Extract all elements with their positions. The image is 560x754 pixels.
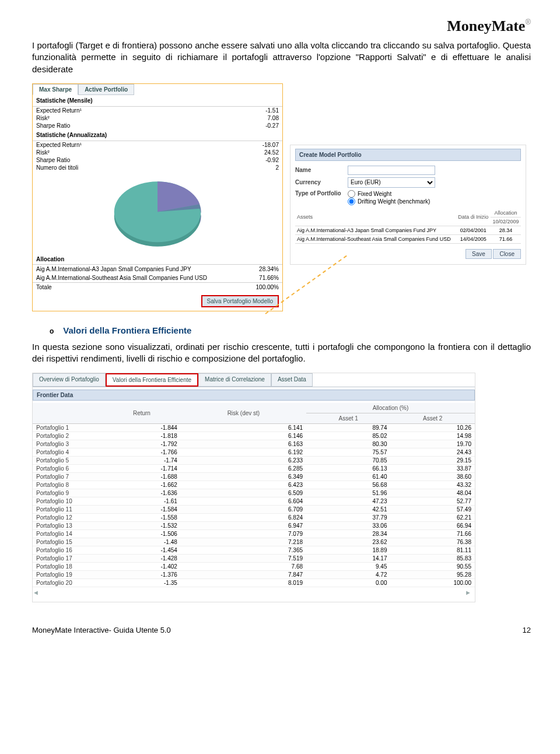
scroll-right-icon[interactable]: ►	[465, 589, 471, 596]
frontier-row: Portafoglio 8-1.6626.42356.6843.32	[33, 481, 475, 489]
dialog-asset-row: Aig A.M.International-A3 Japan Small Com…	[295, 226, 521, 234]
stat-row: Expected Return¹-18.07	[33, 141, 282, 149]
paragraph-2: In questa sezione sono visualizzati, ord…	[32, 341, 531, 365]
frontier-data-panel: Overview di Portafoglio Valori della Fro…	[32, 373, 475, 602]
tab-active-portfolio[interactable]: Active Portfolio	[78, 84, 134, 95]
th-asset-2: Asset 2	[391, 413, 475, 424]
name-input[interactable]	[348, 166, 435, 175]
th-assets: Assets	[295, 209, 456, 226]
allocation-pie-chart	[102, 176, 213, 252]
subhead-frontier-values: Valori della Frontiera Efficiente	[67, 325, 531, 335]
frontier-row: Portafoglio 6-1.7146.28566.1333.87	[33, 465, 475, 473]
dialog-save-button[interactable]: Save	[466, 249, 492, 259]
save-model-portfolio-button[interactable]: Salva Portafoglio Modello	[201, 295, 279, 307]
frontier-row: Portafoglio 12-1.5586.82437.7962.21	[33, 514, 475, 522]
th-asset-1: Asset 1	[306, 413, 390, 424]
frontier-row: Portafoglio 13-1.5326.94733.0666.94	[33, 522, 475, 530]
stat-row: Risk²24.52	[33, 149, 282, 156]
frontier-row: Portafoglio 10-1.616.60447.2352.77	[33, 497, 475, 506]
currency-select[interactable]: Euro (EUR)	[348, 177, 435, 188]
radio-fixed-weight-label: Fixed Weight	[358, 191, 391, 197]
brand-mark: ®	[525, 17, 531, 26]
frontier-row: Portafoglio 11-1.5846.70942.5157.49	[33, 506, 475, 514]
th-return: Return	[103, 403, 181, 424]
footer-left: MoneyMate Interactive- Guida Utente 5.0	[32, 626, 171, 634]
paragraph-1: I portafogli (Target e di frontiera) pos…	[32, 40, 531, 75]
frontier-row: Portafoglio 3-1.7926.16380.3019.70	[33, 440, 475, 448]
page-number: 12	[523, 626, 531, 634]
th-allocation-date: 10/02/2009	[491, 217, 521, 226]
tab-correlation-matrix[interactable]: Matrice di Correlazione	[198, 373, 271, 387]
frontier-row: Portafoglio 14-1.5067.07928.3471.66	[33, 530, 475, 538]
th-blank	[33, 403, 103, 424]
portfolio-stats-panel: Max Sharpe Active Portfolio Statistiche …	[32, 83, 283, 311]
radio-drifting-weight-label: Drifting Weight (benchmark)	[358, 198, 430, 205]
allocation-row: Totale100.00%	[33, 282, 282, 292]
frontier-row: Portafoglio 16-1.4547.36518.8981.11	[33, 546, 475, 555]
currency-label: Currency	[295, 179, 348, 185]
allocation-heading: Allocation	[33, 254, 282, 265]
tab-frontier-values[interactable]: Valori della Frontiera Efficiente	[106, 373, 198, 387]
frontier-data-heading: Frontier Data	[33, 390, 475, 401]
create-model-portfolio-dialog: Create Model Portfolio Name Currency Eur…	[290, 145, 526, 265]
th-start-date: Data di Inizio	[456, 209, 491, 226]
frontier-row: Portafoglio 2-1.8186.14685.0214.98	[33, 432, 475, 440]
section-annual-stats: Statistiche (Annualizzata)	[33, 129, 282, 141]
frontier-row: Portafoglio 7-1.6886.34961.4038.60	[33, 473, 475, 481]
tab-max-sharpe[interactable]: Max Sharpe	[33, 84, 78, 95]
type-label: Type of Portfolio	[295, 190, 348, 197]
stat-row: Risk²7.08	[33, 114, 282, 122]
radio-drifting-weight[interactable]: Drifting Weight (benchmark)	[348, 198, 430, 205]
stat-row: Sharpe Ratio-0.27	[33, 122, 282, 129]
dialog-asset-row: Aig A.M.International-Southeast Asia Sma…	[295, 234, 521, 243]
tab-asset-data[interactable]: Asset Data	[271, 373, 313, 387]
frontier-row: Portafoglio 18-1.4027.689.4590.55	[33, 563, 475, 571]
th-risk: Risk (dev st)	[181, 403, 306, 424]
frontier-row: Portafoglio 5-1.746.23370.8529.15	[33, 457, 475, 465]
brand-logo: MoneyMate®	[32, 17, 531, 35]
frontier-row: Portafoglio 15-1.487.21823.6276.38	[33, 538, 475, 546]
frontier-row: Portafoglio 19-1.3767.8474.7295.28	[33, 571, 475, 579]
dialog-close-button[interactable]: Close	[493, 249, 521, 259]
frontier-row: Portafoglio 4-1.7666.19275.5724.43	[33, 448, 475, 457]
stat-row: Expected Return¹-1.51	[33, 107, 282, 114]
allocation-row: Aig A.M.International-Southeast Asia Sma…	[33, 273, 282, 282]
allocation-row: Aig A.M.International-A3 Japan Small Com…	[33, 265, 282, 273]
frontier-row: Portafoglio 1-1.8446.14189.7410.26	[33, 424, 475, 432]
radio-fixed-weight[interactable]: Fixed Weight	[348, 190, 430, 198]
frontier-row: Portafoglio 20-1.358.0190.00100.00	[33, 579, 475, 587]
frontier-data-table: Return Risk (dev st) Allocation (%) Asse…	[33, 403, 475, 587]
tab-overview[interactable]: Overview di Portafoglio	[33, 373, 106, 387]
th-allocation-pct: Allocation (%)	[306, 403, 475, 413]
scroll-left-icon[interactable]: ◄	[33, 589, 39, 596]
name-label: Name	[295, 167, 348, 173]
dialog-title: Create Model Portfolio	[295, 149, 521, 161]
section-monthly-stats: Statistiche (Mensile)	[33, 95, 282, 107]
frontier-row: Portafoglio 17-1.4287.51914.1785.83	[33, 555, 475, 563]
dialog-assets-table: Assets Data di Inizio Allocation 10/02/2…	[295, 209, 521, 244]
brand-name: MoneyMate	[447, 17, 525, 34]
stat-row: Numero dei titoli2	[33, 164, 282, 171]
frontier-row: Portafoglio 9-1.6366.50951.9648.04	[33, 489, 475, 497]
stat-row: Sharpe Ratio-0.92	[33, 156, 282, 164]
th-allocation: Allocation	[491, 209, 521, 218]
